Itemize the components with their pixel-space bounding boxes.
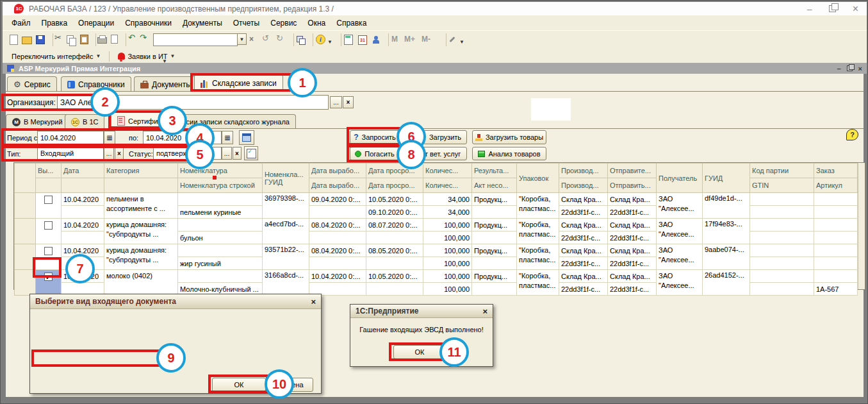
cut-icon[interactable]: ✂ (54, 33, 61, 42)
close-icon[interactable]: × (311, 297, 316, 307)
subtab-to-mercury[interactable]: MВ Меркурий (6, 114, 69, 129)
table-cell: пельмени куриные (178, 206, 263, 219)
book-icon (67, 81, 75, 88)
table-cell (750, 283, 814, 296)
table-cell: 100,000 (423, 219, 472, 231)
print-preview-icon[interactable] (111, 35, 118, 44)
restore-icon[interactable] (829, 5, 836, 12)
undo-icon[interactable]: ↶ (128, 33, 135, 42)
search-clear-icon[interactable]: × (249, 35, 254, 44)
menu-item[interactable]: Файл (12, 19, 31, 28)
annotation-circle-10: 10 (265, 369, 294, 399)
close-icon[interactable]: × (853, 4, 858, 13)
service-wrench-icon[interactable] (449, 35, 455, 40)
load-button[interactable]: Загрузить (423, 130, 467, 144)
it-requests-button[interactable]: Заявки в ИТ▼ (113, 49, 180, 63)
vertical-scrollbar[interactable] (858, 163, 865, 289)
menu-item[interactable]: Справочники (125, 19, 172, 28)
table-cell: "Коробка, пластмас... (517, 244, 559, 270)
status-select-button[interactable]: ... (222, 147, 232, 160)
table-row[interactable]: ✓10.04.2020молоко (0402)3166a8cd-...10.0… (15, 270, 858, 283)
table-row[interactable]: 10.04.2020курица домашняя: "субпродукты … (15, 219, 858, 231)
info-dropdown-icon[interactable]: ▼ (327, 39, 332, 45)
menu-item[interactable]: Сервис (270, 19, 297, 28)
table-cell: Склад Кра... (608, 244, 657, 257)
period-picker-button[interactable] (239, 130, 254, 145)
annotation-box-1 (190, 73, 294, 92)
find-previous-icon[interactable]: ↺ (262, 33, 269, 43)
new-document-icon[interactable] (10, 35, 18, 45)
minimize-icon[interactable]: – (807, 4, 812, 13)
table-row[interactable]: 10.04.2020курица домашняя: "субпродукты … (15, 244, 858, 257)
table-cell (814, 193, 858, 206)
menu-item[interactable]: Операции (78, 19, 114, 28)
table-cell (178, 244, 263, 257)
row-checkbox[interactable] (44, 221, 53, 230)
multi-select-button[interactable] (244, 146, 258, 160)
info-icon[interactable]: i (316, 35, 325, 44)
memory-button[interactable]: М (391, 35, 398, 44)
goods-analysis-button[interactable]: Анализ товаров (472, 147, 546, 160)
row-indicator-cell (15, 219, 36, 244)
table-cell (61, 206, 104, 219)
dialog-title-bar: 1С:Предприятие × (350, 305, 493, 318)
period-to-calendar-icon[interactable]: ▦ (222, 131, 233, 144)
find-next-icon[interactable]: ↻ (276, 33, 283, 43)
table-cell: Склад Кра... (559, 219, 608, 231)
table-cell (750, 257, 814, 270)
dialog-title: 1С:Предприятие (356, 307, 418, 316)
table-cell: 09.10.2020 0:... (366, 206, 423, 219)
column-header (36, 178, 61, 193)
calendar-icon[interactable]: 31 (358, 35, 367, 45)
annotation-box-9 (31, 349, 162, 367)
table-cell: 22dd3f1f-c... (559, 257, 608, 270)
paste-icon[interactable] (80, 35, 88, 44)
table-cell (750, 270, 814, 283)
memory-button[interactable]: М+ (404, 35, 415, 44)
load-goods-button[interactable]: Загрузить товары (472, 130, 546, 144)
table-cell (814, 206, 858, 219)
print-icon[interactable] (97, 35, 107, 44)
help-icon[interactable]: ? (846, 129, 858, 140)
switch-interface-button[interactable]: Переключить интерфейс▼ (6, 49, 106, 63)
column-header: Акт несо... (472, 178, 517, 193)
tab-service[interactable]: ⚙Сервис (7, 76, 57, 92)
search-dropdown-icon[interactable]: ▼ (237, 33, 247, 45)
redo-icon[interactable]: ↷ (140, 33, 147, 42)
open-icon[interactable] (22, 35, 32, 44)
menu-item[interactable]: Правка (42, 19, 68, 28)
annotation-circle-8: 8 (397, 140, 426, 169)
organization-clear-icon[interactable]: × (343, 96, 354, 108)
menu-item[interactable]: Справка (336, 19, 366, 28)
calculator-icon[interactable] (344, 35, 353, 45)
table-row[interactable]: 10.04.2020пельмени в ассортименте с ...3… (15, 193, 858, 206)
memory-button[interactable]: М- (422, 35, 430, 44)
mdi-minimize-icon[interactable]: – (837, 65, 840, 72)
menu-item[interactable]: Окна (307, 19, 325, 28)
save-icon[interactable] (36, 35, 45, 44)
table-cell (814, 231, 858, 244)
mdi-restore-icon[interactable] (847, 65, 853, 71)
wrench-dropdown-icon[interactable]: ▼ (459, 39, 464, 45)
table-cell (309, 257, 366, 270)
menu-item[interactable]: Документы (183, 19, 222, 28)
mdi-close-icon[interactable]: × (858, 65, 862, 72)
subtab-to-1c[interactable]: 1СВ 1С (65, 114, 104, 129)
organization-select-button[interactable]: ... (330, 96, 342, 108)
tab-documents[interactable]: Документы (134, 76, 198, 92)
dialog-title-bar: Выберите вид входящего документа × (30, 294, 321, 309)
certificates-table: Вы...ДатаКатегорияНоменклатураНоменкла..… (13, 162, 865, 290)
sort-indicator (213, 176, 217, 180)
table-cell: 22dd3f1f-c... (559, 231, 608, 244)
row-checkbox[interactable] (44, 196, 53, 204)
status-clear-icon[interactable]: × (233, 147, 242, 160)
close-icon[interactable]: × (482, 307, 487, 316)
copy-icon[interactable] (67, 35, 74, 44)
windows-list-icon[interactable] (297, 35, 303, 42)
search-input[interactable] (153, 33, 238, 46)
row-checkbox[interactable] (44, 247, 53, 255)
menu-item[interactable]: Отчеты (233, 19, 259, 28)
table-cell: 22dd3f1f-c... (608, 283, 657, 296)
user-permissions-icon[interactable] (372, 35, 380, 44)
table-cell (750, 231, 814, 244)
